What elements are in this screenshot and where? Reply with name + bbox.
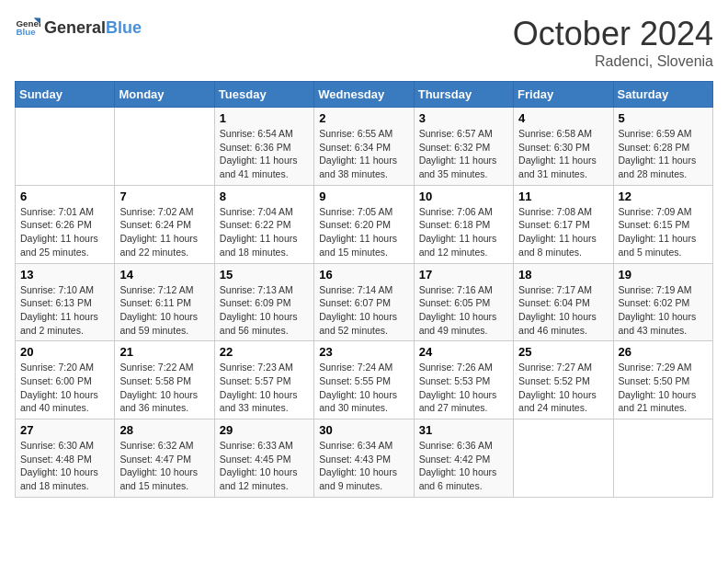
calendar-cell: 23Sunrise: 7:24 AM Sunset: 5:55 PM Dayli… (314, 341, 414, 419)
calendar-week-row: 6Sunrise: 7:01 AM Sunset: 6:26 PM Daylig… (16, 185, 713, 263)
calendar-cell: 3Sunrise: 6:57 AM Sunset: 6:32 PM Daylig… (414, 108, 513, 186)
svg-text:Blue: Blue (16, 27, 36, 37)
calendar-cell: 7Sunrise: 7:02 AM Sunset: 6:24 PM Daylig… (115, 185, 214, 263)
calendar-cell: 11Sunrise: 7:08 AM Sunset: 6:17 PM Dayli… (514, 185, 613, 263)
day-number: 31 (419, 423, 508, 437)
calendar-cell: 29Sunrise: 6:33 AM Sunset: 4:45 PM Dayli… (214, 419, 313, 498)
calendar-cell: 10Sunrise: 7:06 AM Sunset: 6:18 PM Dayli… (414, 185, 513, 263)
calendar-cell: 24Sunrise: 7:26 AM Sunset: 5:53 PM Dayli… (414, 341, 513, 419)
day-info: Sunrise: 7:27 AM Sunset: 5:52 PM Dayligh… (518, 361, 608, 415)
day-number: 5 (619, 111, 708, 125)
calendar-cell: 26Sunrise: 7:29 AM Sunset: 5:50 PM Dayli… (613, 341, 712, 419)
day-info: Sunrise: 7:05 AM Sunset: 6:20 PM Dayligh… (319, 205, 408, 259)
day-number: 23 (319, 345, 408, 359)
calendar-table: SundayMondayTuesdayWednesdayThursdayFrid… (15, 81, 713, 498)
calendar-cell: 16Sunrise: 7:14 AM Sunset: 6:07 PM Dayli… (314, 263, 414, 341)
day-of-week-header: Wednesday (314, 82, 414, 108)
day-info: Sunrise: 7:08 AM Sunset: 6:17 PM Dayligh… (518, 205, 608, 259)
calendar-cell: 14Sunrise: 7:12 AM Sunset: 6:11 PM Dayli… (115, 263, 214, 341)
day-number: 6 (20, 190, 109, 203)
calendar-week-row: 20Sunrise: 7:20 AM Sunset: 6:00 PM Dayli… (16, 341, 713, 419)
day-number: 7 (119, 190, 209, 203)
day-of-week-header: Sunday (16, 82, 115, 108)
day-number: 30 (319, 423, 408, 437)
day-number: 13 (20, 268, 109, 282)
calendar-cell: 28Sunrise: 6:32 AM Sunset: 4:47 PM Dayli… (115, 419, 214, 498)
day-number: 8 (220, 190, 309, 203)
calendar-cell: 22Sunrise: 7:23 AM Sunset: 5:57 PM Dayli… (214, 341, 313, 419)
calendar-cell: 6Sunrise: 7:01 AM Sunset: 6:26 PM Daylig… (16, 185, 115, 263)
calendar-cell: 18Sunrise: 7:17 AM Sunset: 6:04 PM Dayli… (514, 263, 613, 341)
calendar-cell: 5Sunrise: 6:59 AM Sunset: 6:28 PM Daylig… (613, 108, 712, 186)
day-number: 17 (419, 268, 508, 282)
day-info: Sunrise: 6:36 AM Sunset: 4:42 PM Dayligh… (419, 439, 508, 493)
day-info: Sunrise: 7:22 AM Sunset: 5:58 PM Dayligh… (119, 361, 209, 415)
day-info: Sunrise: 7:13 AM Sunset: 6:09 PM Dayligh… (220, 283, 309, 338)
day-info: Sunrise: 6:55 AM Sunset: 6:34 PM Dayligh… (319, 127, 408, 181)
day-of-week-header: Tuesday (214, 82, 313, 108)
day-number: 22 (220, 345, 309, 359)
calendar-cell: 19Sunrise: 7:19 AM Sunset: 6:02 PM Dayli… (613, 263, 712, 341)
day-number: 15 (220, 268, 309, 282)
calendar-week-row: 1Sunrise: 6:54 AM Sunset: 6:36 PM Daylig… (16, 108, 713, 186)
day-number: 12 (619, 190, 708, 203)
calendar-cell: 30Sunrise: 6:34 AM Sunset: 4:43 PM Dayli… (314, 419, 414, 498)
logo: General Blue GeneralBlue (15, 15, 142, 40)
calendar-cell: 1Sunrise: 6:54 AM Sunset: 6:36 PM Daylig… (214, 108, 313, 186)
calendar-cell: 17Sunrise: 7:16 AM Sunset: 6:05 PM Dayli… (414, 263, 513, 341)
calendar-cell: 12Sunrise: 7:09 AM Sunset: 6:15 PM Dayli… (613, 185, 712, 263)
day-number: 9 (319, 190, 408, 203)
day-number: 16 (319, 268, 408, 282)
day-number: 10 (419, 190, 508, 203)
calendar-cell (16, 108, 115, 186)
calendar-cell (613, 419, 712, 498)
calendar-cell: 2Sunrise: 6:55 AM Sunset: 6:34 PM Daylig… (314, 108, 414, 186)
day-number: 4 (518, 111, 608, 125)
day-number: 3 (419, 111, 508, 125)
day-number: 21 (119, 345, 209, 359)
day-info: Sunrise: 7:09 AM Sunset: 6:15 PM Dayligh… (619, 205, 708, 259)
day-info: Sunrise: 6:30 AM Sunset: 4:48 PM Dayligh… (20, 439, 109, 493)
day-number: 27 (20, 423, 109, 437)
calendar-cell: 9Sunrise: 7:05 AM Sunset: 6:20 PM Daylig… (314, 185, 414, 263)
day-info: Sunrise: 7:23 AM Sunset: 5:57 PM Dayligh… (220, 361, 309, 415)
day-info: Sunrise: 7:01 AM Sunset: 6:26 PM Dayligh… (20, 205, 109, 259)
title-block: October 2024 Radenci, Slovenia (513, 15, 713, 70)
day-info: Sunrise: 7:19 AM Sunset: 6:02 PM Dayligh… (619, 283, 708, 338)
day-info: Sunrise: 7:10 AM Sunset: 6:13 PM Dayligh… (20, 283, 109, 338)
day-of-week-header: Thursday (414, 82, 513, 108)
day-info: Sunrise: 6:54 AM Sunset: 6:36 PM Dayligh… (220, 127, 309, 181)
day-info: Sunrise: 7:26 AM Sunset: 5:53 PM Dayligh… (419, 361, 508, 415)
day-info: Sunrise: 7:14 AM Sunset: 6:07 PM Dayligh… (319, 283, 408, 338)
calendar-cell: 27Sunrise: 6:30 AM Sunset: 4:48 PM Dayli… (16, 419, 115, 498)
day-info: Sunrise: 6:58 AM Sunset: 6:30 PM Dayligh… (518, 127, 608, 181)
calendar-cell: 20Sunrise: 7:20 AM Sunset: 6:00 PM Dayli… (16, 341, 115, 419)
calendar-week-row: 13Sunrise: 7:10 AM Sunset: 6:13 PM Dayli… (16, 263, 713, 341)
day-info: Sunrise: 6:34 AM Sunset: 4:43 PM Dayligh… (319, 439, 408, 493)
day-info: Sunrise: 7:20 AM Sunset: 6:00 PM Dayligh… (20, 361, 109, 415)
day-info: Sunrise: 6:33 AM Sunset: 4:45 PM Dayligh… (220, 439, 309, 493)
day-number: 25 (518, 345, 608, 359)
day-number: 2 (319, 111, 408, 125)
day-of-week-header: Saturday (613, 82, 712, 108)
location-title: Radenci, Slovenia (513, 53, 713, 70)
calendar-header-row: SundayMondayTuesdayWednesdayThursdayFrid… (16, 82, 713, 108)
calendar-cell (115, 108, 214, 186)
day-info: Sunrise: 7:16 AM Sunset: 6:05 PM Dayligh… (419, 283, 508, 338)
day-info: Sunrise: 7:02 AM Sunset: 6:24 PM Dayligh… (119, 205, 209, 259)
month-title: October 2024 (513, 15, 713, 53)
day-info: Sunrise: 7:12 AM Sunset: 6:11 PM Dayligh… (119, 283, 209, 338)
day-info: Sunrise: 7:24 AM Sunset: 5:55 PM Dayligh… (319, 361, 408, 415)
day-number: 24 (419, 345, 508, 359)
day-info: Sunrise: 7:17 AM Sunset: 6:04 PM Dayligh… (518, 283, 608, 338)
day-info: Sunrise: 7:29 AM Sunset: 5:50 PM Dayligh… (619, 361, 708, 415)
calendar-cell: 13Sunrise: 7:10 AM Sunset: 6:13 PM Dayli… (16, 263, 115, 341)
logo-icon: General Blue (15, 15, 40, 40)
calendar-cell: 15Sunrise: 7:13 AM Sunset: 6:09 PM Dayli… (214, 263, 313, 341)
day-of-week-header: Friday (514, 82, 613, 108)
day-number: 28 (119, 423, 209, 437)
logo-blue-text: Blue (106, 18, 142, 38)
day-number: 20 (20, 345, 109, 359)
calendar-cell (514, 419, 613, 498)
day-number: 18 (518, 268, 608, 282)
